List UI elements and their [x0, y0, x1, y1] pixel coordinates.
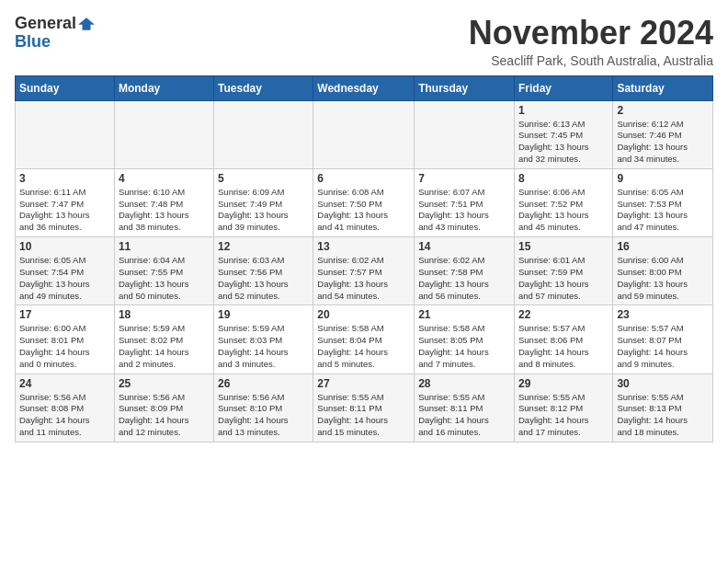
daylight-text: and 39 minutes. — [218, 222, 280, 232]
daylight-text: and 5 minutes. — [317, 359, 374, 369]
daylight-text: Daylight: 14 hours — [317, 347, 388, 357]
daylight-text: and 36 minutes. — [19, 222, 82, 232]
day-number: 27 — [317, 377, 410, 390]
sunset-text: Sunset: 8:08 PM — [19, 403, 84, 413]
day-number: 15 — [518, 240, 609, 253]
week-row-2: 3Sunrise: 6:11 AMSunset: 7:47 PMDaylight… — [16, 168, 713, 236]
sunset-text: Sunset: 8:01 PM — [19, 335, 84, 345]
sunrise-text: Sunrise: 6:13 AM — [518, 119, 585, 129]
sunset-text: Sunset: 8:09 PM — [119, 403, 183, 413]
sunset-text: Sunset: 8:02 PM — [119, 335, 183, 345]
sunrise-text: Sunrise: 5:58 AM — [317, 323, 383, 333]
day-info: Sunrise: 6:03 AMSunset: 7:56 PMDaylight:… — [218, 255, 309, 302]
daylight-text: and 49 minutes. — [19, 291, 82, 301]
calendar-cell: 14Sunrise: 6:02 AMSunset: 7:58 PMDayligh… — [415, 237, 515, 305]
daylight-text: and 34 minutes. — [617, 154, 679, 164]
day-number: 28 — [418, 377, 510, 390]
day-number: 21 — [418, 308, 510, 321]
week-row-1: 1Sunrise: 6:13 AMSunset: 7:45 PMDaylight… — [16, 100, 713, 168]
sunrise-text: Sunrise: 6:00 AM — [617, 255, 683, 265]
location-text: Seacliff Park, South Australia, Australi… — [469, 53, 713, 68]
sunset-text: Sunset: 7:54 PM — [19, 267, 84, 277]
weekday-header-friday: Friday — [514, 75, 612, 100]
daylight-text: Daylight: 13 hours — [518, 279, 589, 289]
sunset-text: Sunset: 7:58 PM — [418, 267, 483, 277]
day-info: Sunrise: 6:10 AMSunset: 7:48 PMDaylight:… — [119, 187, 210, 234]
day-info: Sunrise: 5:57 AMSunset: 8:07 PMDaylight:… — [617, 323, 709, 370]
svg-marker-0 — [78, 17, 95, 30]
day-number: 26 — [218, 377, 309, 390]
sunset-text: Sunset: 8:12 PM — [518, 403, 583, 413]
calendar-cell: 21Sunrise: 5:58 AMSunset: 8:05 PMDayligh… — [415, 305, 515, 373]
day-info: Sunrise: 6:12 AMSunset: 7:46 PMDaylight:… — [617, 119, 709, 166]
calendar-cell: 25Sunrise: 5:56 AMSunset: 8:09 PMDayligh… — [114, 373, 213, 442]
daylight-text: Daylight: 14 hours — [518, 415, 589, 425]
sunrise-text: Sunrise: 5:55 AM — [317, 392, 383, 402]
daylight-text: Daylight: 13 hours — [19, 210, 90, 220]
sunrise-text: Sunrise: 5:56 AM — [19, 392, 85, 402]
day-info: Sunrise: 6:07 AMSunset: 7:51 PMDaylight:… — [418, 187, 510, 234]
sunrise-text: Sunrise: 5:55 AM — [617, 392, 683, 402]
sunrise-text: Sunrise: 6:06 AM — [518, 187, 585, 197]
daylight-text: Daylight: 13 hours — [218, 279, 289, 289]
calendar-cell: 27Sunrise: 5:55 AMSunset: 8:11 PMDayligh… — [313, 373, 415, 442]
sunset-text: Sunset: 8:00 PM — [617, 267, 681, 277]
day-info: Sunrise: 6:09 AMSunset: 7:49 PMDaylight:… — [218, 187, 309, 234]
daylight-text: Daylight: 14 hours — [617, 347, 688, 357]
daylight-text: Daylight: 13 hours — [119, 279, 189, 289]
day-number: 16 — [617, 240, 709, 253]
sunset-text: Sunset: 7:55 PM — [119, 267, 183, 277]
daylight-text: Daylight: 14 hours — [119, 415, 189, 425]
day-info: Sunrise: 6:13 AMSunset: 7:45 PMDaylight:… — [518, 119, 609, 166]
daylight-text: Daylight: 14 hours — [19, 347, 90, 357]
sunset-text: Sunset: 7:46 PM — [617, 130, 681, 140]
daylight-text: Daylight: 13 hours — [317, 210, 388, 220]
sunrise-text: Sunrise: 6:12 AM — [617, 119, 683, 129]
sunrise-text: Sunrise: 6:09 AM — [218, 187, 284, 197]
day-info: Sunrise: 5:55 AMSunset: 8:13 PMDaylight:… — [617, 392, 709, 439]
logo-blue-text: Blue — [15, 33, 51, 52]
calendar-cell: 6Sunrise: 6:08 AMSunset: 7:50 PMDaylight… — [313, 168, 415, 236]
day-info: Sunrise: 5:56 AMSunset: 8:08 PMDaylight:… — [19, 392, 110, 439]
daylight-text: Daylight: 13 hours — [317, 279, 388, 289]
calendar-cell: 29Sunrise: 5:55 AMSunset: 8:12 PMDayligh… — [514, 373, 612, 442]
daylight-text: Daylight: 13 hours — [617, 210, 688, 220]
daylight-text: and 50 minutes. — [119, 291, 181, 301]
sunrise-text: Sunrise: 6:02 AM — [418, 255, 484, 265]
daylight-text: Daylight: 13 hours — [218, 210, 289, 220]
daylight-text: and 3 minutes. — [218, 359, 275, 369]
daylight-text: Daylight: 13 hours — [518, 142, 589, 152]
calendar-cell: 2Sunrise: 6:12 AMSunset: 7:46 PMDaylight… — [613, 100, 713, 168]
day-number: 17 — [19, 308, 110, 321]
daylight-text: and 16 minutes. — [418, 427, 481, 437]
daylight-text: Daylight: 13 hours — [418, 279, 489, 289]
calendar-cell: 17Sunrise: 6:00 AMSunset: 8:01 PMDayligh… — [16, 305, 115, 373]
calendar-cell: 5Sunrise: 6:09 AMSunset: 7:49 PMDaylight… — [214, 168, 313, 236]
day-number: 18 — [119, 308, 210, 321]
calendar-cell — [114, 100, 213, 168]
sunrise-text: Sunrise: 6:05 AM — [19, 255, 85, 265]
day-number: 5 — [218, 172, 309, 185]
daylight-text: Daylight: 13 hours — [19, 279, 90, 289]
daylight-text: and 18 minutes. — [617, 427, 679, 437]
week-row-5: 24Sunrise: 5:56 AMSunset: 8:08 PMDayligh… — [16, 373, 713, 442]
calendar-cell — [415, 100, 515, 168]
calendar-cell — [16, 100, 115, 168]
sunrise-text: Sunrise: 5:57 AM — [617, 323, 683, 333]
daylight-text: and 11 minutes. — [19, 427, 82, 437]
day-info: Sunrise: 5:57 AMSunset: 8:06 PMDaylight:… — [518, 323, 609, 370]
day-number: 6 — [317, 172, 410, 185]
day-number: 9 — [617, 172, 709, 185]
sunset-text: Sunset: 7:52 PM — [518, 199, 583, 209]
daylight-text: and 13 minutes. — [218, 427, 280, 437]
daylight-text: Daylight: 14 hours — [218, 415, 289, 425]
calendar-table: SundayMondayTuesdayWednesdayThursdayFrid… — [15, 75, 713, 442]
sunrise-text: Sunrise: 6:01 AM — [518, 255, 585, 265]
day-info: Sunrise: 5:59 AMSunset: 8:03 PMDaylight:… — [218, 323, 309, 370]
sunset-text: Sunset: 7:51 PM — [418, 199, 483, 209]
day-number: 7 — [418, 172, 510, 185]
sunrise-text: Sunrise: 5:56 AM — [119, 392, 185, 402]
daylight-text: Daylight: 14 hours — [218, 347, 289, 357]
sunset-text: Sunset: 8:05 PM — [418, 335, 483, 345]
day-number: 30 — [617, 377, 709, 390]
